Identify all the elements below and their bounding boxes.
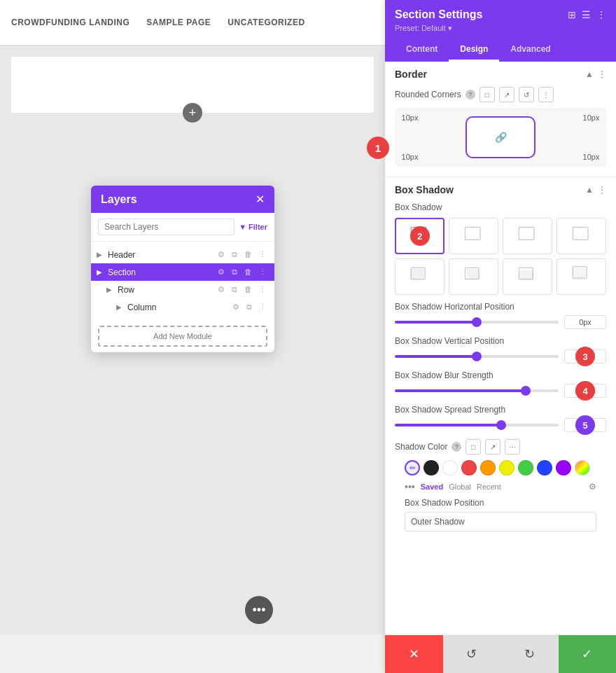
panel-columns-icon[interactable]: ☰ bbox=[582, 9, 591, 20]
tree-item-section[interactable]: ▶ Section ⚙ ⧉ 🗑 ⋮ bbox=[91, 263, 274, 281]
column-more-icon[interactable]: ⋮ bbox=[257, 302, 269, 312]
panel-grid-icon[interactable]: ⊞ bbox=[568, 9, 576, 20]
shadow-color-help-icon[interactable]: ? bbox=[451, 442, 461, 452]
forward-button[interactable]: ↻ bbox=[500, 635, 559, 673]
shadow-option-3[interactable] bbox=[503, 218, 552, 254]
shadow-option-2[interactable] bbox=[449, 218, 498, 254]
header-actions: ⚙ ⧉ 🗑 ⋮ bbox=[216, 249, 269, 260]
nav-crowdfunding[interactable]: CROWDFUNDING LANDING bbox=[11, 15, 130, 30]
shadow-option-6[interactable] bbox=[449, 258, 498, 295]
box-shadow-collapse-icon[interactable]: ▲ bbox=[585, 185, 594, 195]
shadow-color-cursor-icon[interactable]: ↗ bbox=[485, 439, 500, 455]
shadow-position-select[interactable]: Outer Shadow Inner Shadow bbox=[405, 512, 596, 532]
three-dots-icon[interactable]: ••• bbox=[405, 481, 415, 492]
column-duplicate-icon[interactable]: ⧉ bbox=[244, 302, 254, 312]
layers-search-input[interactable] bbox=[98, 218, 234, 235]
corner-bl[interactable]: 10px bbox=[398, 153, 422, 161]
header-more-icon[interactable]: ⋮ bbox=[257, 249, 269, 260]
color-green-swatch[interactable] bbox=[518, 460, 533, 476]
tab-recent[interactable]: Recent bbox=[477, 483, 501, 491]
blur-thumb[interactable] bbox=[521, 386, 531, 396]
color-black-swatch[interactable] bbox=[424, 460, 439, 476]
panel-more-icon[interactable]: ⋮ bbox=[596, 9, 606, 20]
panel-preset[interactable]: Preset: Default ▾ bbox=[395, 24, 606, 33]
corner-tl[interactable]: 10px bbox=[398, 113, 422, 122]
corner-br[interactable]: 10px bbox=[579, 153, 603, 161]
row-delete-icon[interactable]: 🗑 bbox=[242, 284, 254, 295]
v-position-track[interactable] bbox=[395, 355, 559, 358]
spread-track[interactable] bbox=[395, 424, 559, 426]
border-collapse-icon[interactable]: ▲ bbox=[585, 69, 594, 79]
shadow-option-1[interactable]: 2 bbox=[395, 218, 444, 254]
tab-design[interactable]: Design bbox=[449, 39, 499, 62]
tab-global[interactable]: Global bbox=[449, 483, 471, 491]
layers-filter-button[interactable]: ▼ Filter bbox=[239, 223, 267, 231]
section-more-icon[interactable]: ⋮ bbox=[257, 267, 269, 277]
panel-content: Border ▲ ⋮ Rounded Corners ? □ ↗ ↺ ⋮ 10p… bbox=[385, 62, 616, 673]
tab-saved[interactable]: Saved bbox=[421, 483, 443, 491]
blur-track[interactable] bbox=[395, 389, 559, 392]
header-delete-icon[interactable]: 🗑 bbox=[242, 249, 254, 260]
add-module-button[interactable]: Add New Module bbox=[98, 326, 267, 347]
add-button[interactable]: + bbox=[183, 103, 202, 123]
layers-close-button[interactable]: ✕ bbox=[255, 193, 265, 206]
color-pen-swatch[interactable]: ✏ bbox=[405, 460, 420, 476]
shadow-option-8-svg bbox=[569, 264, 594, 289]
tab-advanced[interactable]: Advanced bbox=[499, 39, 561, 62]
color-purple-swatch[interactable] bbox=[556, 460, 571, 476]
tree-item-row[interactable]: ▶ Row ⚙ ⧉ 🗑 ⋮ bbox=[91, 281, 274, 298]
h-position-thumb[interactable] bbox=[472, 317, 482, 327]
v-position-label: Box Shadow Vertical Position bbox=[395, 336, 606, 346]
shadow-option-8[interactable] bbox=[556, 258, 606, 295]
v-position-thumb[interactable] bbox=[472, 352, 482, 361]
corners-desktop-icon[interactable]: □ bbox=[479, 87, 495, 102]
row-more-icon[interactable]: ⋮ bbox=[257, 284, 269, 295]
h-position-value[interactable]: 0px bbox=[564, 315, 606, 329]
reset-button[interactable]: ↺ bbox=[443, 635, 501, 673]
border-more-icon[interactable]: ⋮ bbox=[598, 69, 606, 79]
shadow-option-7[interactable] bbox=[503, 258, 552, 295]
color-red-swatch[interactable] bbox=[461, 460, 477, 476]
section-delete-icon[interactable]: 🗑 bbox=[242, 267, 254, 277]
h-position-track[interactable] bbox=[395, 321, 559, 324]
row-duplicate-icon[interactable]: ⧉ bbox=[230, 284, 239, 295]
corners-reset-icon[interactable]: ↺ bbox=[519, 87, 534, 102]
corners-help-icon[interactable]: ? bbox=[465, 90, 475, 99]
svg-rect-10 bbox=[519, 270, 533, 280]
header-settings-icon[interactable]: ⚙ bbox=[216, 249, 227, 260]
color-white-swatch[interactable] bbox=[442, 460, 458, 476]
tree-item-column[interactable]: ▶ Column ⚙ ⧉ ⋮ bbox=[91, 298, 274, 316]
section-settings-icon[interactable]: ⚙ bbox=[216, 267, 227, 277]
corners-link-icon[interactable]: ↗ bbox=[499, 87, 514, 102]
header-duplicate-icon[interactable]: ⧉ bbox=[230, 249, 239, 260]
column-settings-icon[interactable]: ⚙ bbox=[230, 302, 241, 312]
color-custom-swatch[interactable] bbox=[575, 460, 590, 476]
corners-more-icon[interactable]: ⋮ bbox=[538, 87, 554, 102]
corner-tr[interactable]: 10px bbox=[579, 113, 603, 122]
step-badge-2: 2 bbox=[410, 226, 430, 246]
canvas-options-button[interactable]: ••• bbox=[245, 596, 273, 624]
cancel-button[interactable]: ✕ bbox=[385, 635, 443, 673]
spread-thumb[interactable] bbox=[496, 420, 506, 430]
nav-uncategorized[interactable]: UNCATEGORIZED bbox=[227, 15, 304, 30]
row-settings-icon[interactable]: ⚙ bbox=[216, 284, 227, 295]
color-blue-swatch[interactable] bbox=[537, 460, 552, 476]
shadow-color-device-icon[interactable]: □ bbox=[465, 439, 481, 455]
shadow-color-more-icon[interactable]: ⋯ bbox=[505, 439, 520, 455]
color-gear-icon[interactable]: ⚙ bbox=[589, 482, 596, 492]
color-yellow-swatch[interactable] bbox=[499, 460, 514, 476]
box-shadow-more-icon[interactable]: ⋮ bbox=[598, 185, 606, 195]
shadow-option-5[interactable] bbox=[395, 258, 444, 295]
confirm-button[interactable]: ✓ bbox=[559, 635, 617, 673]
tree-item-header[interactable]: ▶ Header ⚙ ⧉ 🗑 ⋮ bbox=[91, 246, 274, 263]
corners-area: Rounded Corners ? □ ↗ ↺ ⋮ 10px 10px 10px… bbox=[385, 87, 616, 176]
nav-sample-page[interactable]: SAMPLE PAGE bbox=[146, 15, 211, 30]
shadow-option-4[interactable] bbox=[556, 218, 606, 254]
shadow-option-7-svg bbox=[515, 264, 540, 289]
section-duplicate-icon[interactable]: ⧉ bbox=[230, 267, 239, 277]
v-position-control: 3 bbox=[395, 349, 606, 363]
layers-tree: ▶ Header ⚙ ⧉ 🗑 ⋮ ▶ Section ⚙ ⧉ 🗑 ⋮ ▶ Row bbox=[91, 242, 274, 320]
tab-content[interactable]: Content bbox=[395, 39, 449, 62]
link-chain-icon[interactable]: 🔗 bbox=[495, 132, 507, 143]
color-orange-swatch[interactable] bbox=[480, 460, 496, 476]
